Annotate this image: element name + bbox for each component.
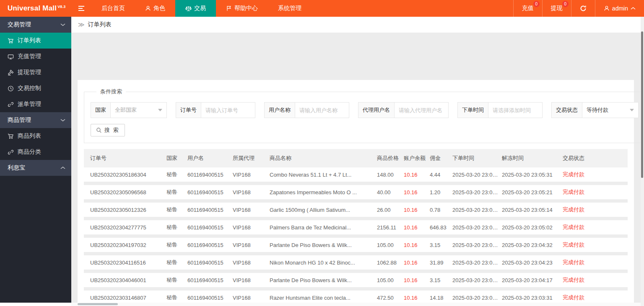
table-cell: Nikon Monarch HG 10 x 42 Binoc... [270, 260, 377, 266]
column-header: 订单号 [84, 154, 166, 162]
nav-help-center[interactable]: 帮助中心 [216, 0, 268, 17]
table-cell: 601169400515 [187, 224, 233, 231]
table-cell: 2025-03-20 23:05:21 [502, 189, 563, 195]
user-menu[interactable]: admin [595, 0, 644, 17]
status-select[interactable]: 等待付款 [582, 103, 638, 118]
table-cell: Razer Huntsman Elite con tecla... [270, 295, 377, 301]
country-select[interactable]: 全部国家 [111, 103, 166, 118]
username-input[interactable] [295, 103, 349, 118]
table-cell: VIP168 [233, 242, 270, 248]
table-row[interactable]: UB2503202304277775秘鲁601169400515VIP168Pa… [84, 220, 628, 234]
top-nav: 后台首页 角色 交易 帮助中心 系统管理 [91, 0, 312, 17]
table-cell: 3.15 [430, 242, 452, 248]
nav-trade[interactable]: 交易 [175, 0, 216, 17]
table-cell: 2025-03-20 23:05:09 [452, 189, 502, 195]
table-cell: 完成付款 [563, 188, 628, 196]
nav-home[interactable]: 后台首页 [91, 0, 135, 17]
status-label: 交易状态 [552, 103, 582, 118]
table-cell: VIP168 [233, 172, 270, 178]
app-title: Universal Mall [8, 4, 57, 13]
table-cell: 105.00 [377, 242, 404, 248]
table-cell: 10.16 [404, 207, 430, 213]
order-no-input[interactable] [201, 103, 255, 118]
agent-input[interactable] [395, 103, 448, 118]
column-header: 交易状态 [563, 154, 628, 162]
refresh-icon [580, 5, 587, 12]
table-cell: 14.18 [430, 295, 452, 301]
table-cell: UB2503202305186304 [84, 172, 166, 178]
table-cell: VIP168 [233, 207, 270, 213]
table-cell: 601169400515 [187, 172, 233, 178]
sidebar-item-dispatch-mgmt[interactable]: 派单管理 [0, 96, 71, 112]
vertical-scrollbar-thumb[interactable] [641, 31, 643, 178]
link-icon [8, 149, 14, 155]
table-cell: 完成付款 [563, 294, 628, 301]
table-cell: 秘鲁 [166, 188, 187, 196]
column-header: 账户余额 [404, 154, 430, 162]
table-cell: UB2503202305012326 [84, 207, 166, 213]
refresh-button[interactable] [571, 0, 595, 17]
table-cell: 完成付款 [563, 259, 628, 266]
nav-label: 帮助中心 [234, 5, 258, 12]
hamburger-icon [78, 5, 85, 11]
table-cell: VIP168 [233, 277, 270, 283]
gavel-icon [8, 69, 14, 76]
collapse-menu-button[interactable] [71, 0, 91, 17]
table-row[interactable]: UB2503202305012326秘鲁601169400515VIP168Ga… [84, 203, 628, 217]
table-cell: 2025-03-20 23:05:31 [502, 172, 563, 178]
caret-down-icon [158, 109, 162, 111]
table-cell: Garlic 1500mg ( Allium Sativum... [270, 207, 377, 213]
table-cell: 2025-03-20 23:03:14 [452, 295, 502, 301]
table-row[interactable]: UB2503202304046001秘鲁601169400515VIP168Pa… [84, 273, 628, 287]
user-name: admin [612, 5, 628, 12]
table-cell: 2025-03-20 23:04:19 [452, 242, 502, 248]
sidebar-group-trade[interactable]: 交易管理 [0, 17, 71, 33]
sidebar-item-order-list[interactable]: 订单列表 [0, 33, 71, 49]
table-row[interactable]: UB2503202305186304秘鲁601169400515VIP168Co… [84, 167, 628, 182]
filter-panel: 条件搜索 国家 全部国家 订单号 [84, 88, 644, 143]
vertical-scrollbar[interactable] [641, 17, 644, 306]
horizontal-scrollbar[interactable] [71, 303, 641, 306]
caret-down-icon [630, 109, 634, 111]
nav-system[interactable]: 系统管理 [268, 0, 312, 17]
column-header: 解冻时间 [502, 154, 563, 162]
table-cell: 10.16 [404, 277, 430, 283]
country-label: 国家 [91, 103, 111, 118]
horizontal-scrollbar-thumb[interactable] [78, 303, 118, 305]
top-bar: Universal Mall V8.3 后台首页 角色 交易 [0, 0, 644, 17]
table-cell: UB2503202304046001 [84, 277, 166, 283]
table-cell: 3.15 [430, 277, 452, 283]
nav-roles[interactable]: 角色 [135, 0, 175, 17]
nav-label: 系统管理 [278, 5, 301, 12]
sidebar-item-withdraw-mgmt[interactable]: 提现管理 [0, 64, 71, 80]
table-cell: 601169400515 [187, 189, 233, 195]
table-cell: 2025-03-20 23:04:23 [502, 260, 563, 266]
sidebar-item-goods-list[interactable]: 商品列表 [0, 128, 71, 144]
table-cell: 0.78 [430, 207, 452, 213]
table-cell: 601169400515 [187, 242, 233, 248]
table-cell: 472.50 [377, 295, 404, 301]
order-time-input[interactable] [488, 103, 542, 118]
table-cell: 完成付款 [563, 171, 628, 178]
table-row[interactable]: UB2503202304116516秘鲁601169400515VIP168Ni… [84, 255, 628, 270]
withdraw-button[interactable]: 提现 0 [542, 0, 571, 17]
sidebar-item-recharge-mgmt[interactable]: 充值管理 [0, 49, 71, 64]
sidebar-item-goods-category[interactable]: 商品分类 [0, 144, 71, 160]
table-row[interactable]: UB2503202305096568秘鲁601169400515VIP168Za… [84, 185, 628, 199]
nav-label: 角色 [153, 5, 165, 12]
layout: 交易管理 订单列表 充值管理 提现管 [0, 17, 644, 306]
search-button[interactable]: 搜 索 [91, 124, 125, 136]
table-cell: 601169400515 [187, 295, 233, 301]
table-cell: 10.16 [404, 172, 430, 178]
sidebar-group-interest[interactable]: 利息宝 [0, 160, 71, 176]
sidebar-item-trade-control[interactable]: 交易控制 [0, 80, 71, 96]
table-cell: 2025-03-20 23:04:27 [452, 224, 502, 231]
table-cell: 秘鲁 [166, 294, 187, 301]
app-logo: Universal Mall V8.3 [0, 0, 71, 17]
sidebar-group-goods[interactable]: 商品管理 [0, 112, 71, 128]
table-row[interactable]: UB2503202304197032秘鲁601169400515VIP168Pa… [84, 238, 628, 252]
recharge-button[interactable]: 充值 0 [513, 0, 542, 17]
item-label: 商品列表 [18, 132, 41, 140]
status-filter: 交易状态 等待付款 [551, 102, 639, 118]
filter-row: 国家 全部国家 订单号 用户名称 [91, 102, 639, 118]
